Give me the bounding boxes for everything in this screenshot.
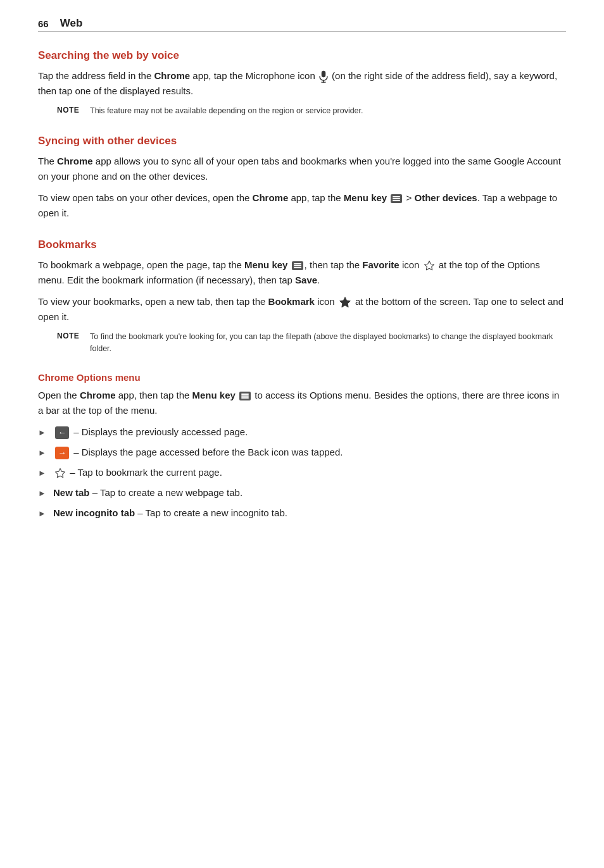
menu-key-label-bm: Menu key <box>244 259 287 270</box>
bullet-text-1: – Displays the previously accessed page. <box>73 426 248 437</box>
section-bookmarks: Bookmarks To bookmark a webpage, open th… <box>38 239 566 355</box>
menu-key-icon-bm <box>292 261 303 270</box>
filled-star-icon-bm <box>339 296 351 309</box>
note-text-2: To find the bookmark you're looking for,… <box>90 331 566 355</box>
chrome-bold-opt: Chrome <box>80 390 116 400</box>
bullet-text-2: – Displays the page accessed before the … <box>73 447 343 457</box>
section-searching-by-voice: Searching the web by voice Tap the addre… <box>38 49 566 117</box>
note-text-1: This feature may not be available depend… <box>90 105 363 117</box>
bullet-text-5: – Tap to create a new incognito tab. <box>135 507 287 518</box>
svg-rect-0 <box>322 71 325 77</box>
para-bookmarks-1: To bookmark a webpage, open the page, ta… <box>38 257 566 288</box>
subsection-heading-chrome-options: Chrome Options menu <box>38 372 566 383</box>
bullet-text-3: – Tap to bookmark the current page. <box>70 467 222 478</box>
section-heading-sync: Syncing with other devices <box>38 135 566 147</box>
bullet-item-incognito: ► New incognito tab – Tap to create a ne… <box>38 505 566 521</box>
section-heading-voice: Searching the web by voice <box>38 49 566 62</box>
chrome-bold-sync: Chrome <box>57 156 93 166</box>
bullet-list-options: ► ← – Displays the previously accessed p… <box>38 425 566 521</box>
page-container: 66 Web Searching the web by voice Tap th… <box>0 0 604 564</box>
note-block-2: NOTE To find the bookmark you're looking… <box>57 331 566 355</box>
bullet-content-1: ← – Displays the previously accessed pag… <box>53 425 566 440</box>
menu-key-label-sync: Menu key <box>344 192 387 203</box>
arrow-right-icon: → <box>55 447 69 459</box>
page-header: 66 Web <box>38 18 566 32</box>
note-block-1: NOTE This feature may not be available d… <box>57 105 566 117</box>
bullet-arrow-4: ► <box>38 487 48 500</box>
section-syncing: Syncing with other devices The Chrome ap… <box>38 135 566 221</box>
save-label: Save <box>295 275 317 285</box>
menu-key-icon-opt <box>239 392 251 400</box>
bullet-content-5: New incognito tab – Tap to create a new … <box>53 505 566 521</box>
section-heading-bookmarks: Bookmarks <box>38 239 566 251</box>
note-label-1: NOTE <box>57 105 85 115</box>
bullet-text-4: – Tap to create a new webpage tab. <box>90 487 243 498</box>
new-tab-label: New tab <box>53 487 90 498</box>
bullet-arrow-5: ► <box>38 507 48 521</box>
menu-key-icon-sync <box>391 194 402 203</box>
section-chrome-options: Chrome Options menu Open the Chrome app,… <box>38 372 566 521</box>
para-sync-2: To view open tabs on your other devices,… <box>38 190 566 221</box>
bullet-arrow-1: ► <box>38 426 48 440</box>
other-devices-label: Other devices <box>414 192 477 203</box>
mic-icon <box>319 70 328 83</box>
bullet-content-3: – Tap to bookmark the current page. <box>53 465 566 480</box>
bullet-content-4: New tab – Tap to create a new webpage ta… <box>53 485 566 500</box>
bullet-item-star: ► – Tap to bookmark the current page. <box>38 465 566 480</box>
star-outline-icon-opt <box>54 468 66 479</box>
bullet-content-2: → – Displays the page accessed before th… <box>53 445 566 460</box>
para-voice-1: Tap the address field in the Chrome app,… <box>38 68 566 99</box>
chrome-bold-sync2: Chrome <box>253 192 289 203</box>
page-title: Web <box>60 18 83 28</box>
para-options-1: Open the Chrome app, then tap the Menu k… <box>38 388 566 418</box>
bullet-arrow-2: ► <box>38 447 48 460</box>
favorite-label: Favorite <box>362 259 399 270</box>
bullet-item-forward: ► → – Displays the page accessed before … <box>38 445 566 460</box>
page-number: 66 <box>38 19 49 28</box>
new-incognito-label: New incognito tab <box>53 507 135 518</box>
para-sync-1: The Chrome app allows you to sync all of… <box>38 154 566 184</box>
bullet-arrow-3: ► <box>38 467 48 480</box>
star-outline-icon-bm <box>424 260 435 271</box>
chrome-bold-1: Chrome <box>154 70 190 81</box>
menu-key-label-opt: Menu key <box>192 390 236 400</box>
para-bookmarks-2: To view your bookmarks, open a new tab, … <box>38 294 566 325</box>
bookmark-label: Bookmark <box>268 296 315 307</box>
arrow-left-icon: ← <box>55 426 69 439</box>
bullet-item-new-tab: ► New tab – Tap to create a new webpage … <box>38 485 566 500</box>
note-label-2: NOTE <box>57 331 85 340</box>
bullet-item-back: ► ← – Displays the previously accessed p… <box>38 425 566 440</box>
